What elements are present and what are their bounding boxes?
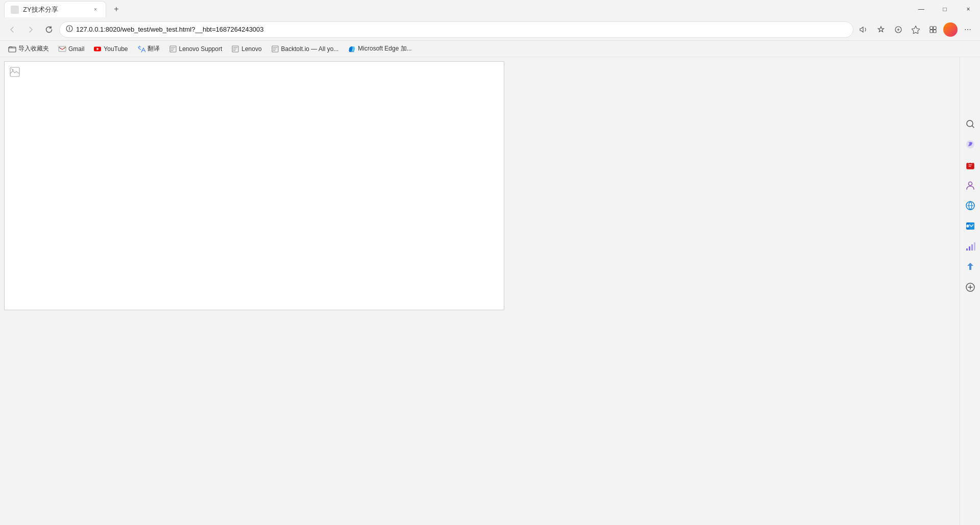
svg-rect-2 [930, 27, 933, 30]
translate-icon [137, 45, 145, 53]
settings-more-button[interactable]: ⋯ [960, 21, 976, 38]
sidebar: CSDN ©版权 [960, 57, 980, 525]
bookmark-backtolt[interactable]: Backtolt.io — All yo... [267, 43, 343, 55]
new-tab-button[interactable]: + [108, 1, 125, 17]
search-icon [965, 119, 975, 129]
add-icon [965, 282, 975, 292]
bookmark-youtube[interactable]: YouTube [89, 43, 132, 55]
tab-actions-button[interactable] [925, 21, 941, 38]
address-bar[interactable]: 127.0.0.1:8020/web_test/web_test.html?__… [59, 21, 853, 38]
svg-line-14 [11, 68, 12, 69]
bookmark-backtolt-label: Backtolt.io — All yo... [281, 45, 339, 53]
content-wrapper: CSDN ©版权 [0, 57, 980, 525]
bookmark-lenovo-support-label: Lenovo Support [179, 45, 223, 53]
forward-button[interactable] [22, 21, 39, 38]
back-button[interactable] [4, 21, 20, 38]
drop-icon [965, 262, 975, 272]
broken-image-container [10, 67, 20, 79]
svg-rect-25 [969, 246, 970, 251]
sidebar-add-button[interactable] [961, 278, 979, 296]
bookmark-import[interactable]: 导入收藏夹 [4, 43, 53, 55]
sidebar-shopping-button[interactable] [961, 156, 979, 174]
browser-essentials-icon [965, 201, 975, 211]
sidebar-copilot-button[interactable] [961, 135, 979, 154]
svg-rect-7 [59, 46, 66, 52]
navbar-actions: ⋯ [855, 21, 976, 38]
bookmark-translate[interactable]: 翻译 [133, 43, 164, 55]
url-text: 127.0.0.1:8020/web_test/web_test.html?__… [76, 26, 847, 33]
svg-rect-27 [974, 242, 975, 251]
tab-favicon [11, 6, 19, 14]
lenovo-support-icon [169, 45, 177, 53]
browser-window: ZY技术分享 × + — □ × [0, 0, 980, 525]
svg-rect-26 [971, 244, 973, 251]
backtolt-icon [271, 45, 279, 53]
bookmark-lenovo-label: Lenovo [241, 45, 261, 53]
close-button[interactable]: × [957, 0, 980, 18]
active-tab[interactable]: ZY技术分享 × [4, 1, 106, 17]
sidebar-edgebar-button[interactable] [961, 237, 979, 256]
refresh-button[interactable] [41, 21, 57, 38]
bookmark-gmail-label: Gmail [68, 45, 84, 53]
edgebar-icon [965, 241, 975, 252]
browser-essentials-nav-button[interactable] [908, 21, 924, 38]
content-area [0, 57, 980, 525]
sidebar-search-button[interactable] [961, 115, 979, 133]
bookmark-lenovo[interactable]: Lenovo [227, 43, 265, 55]
profile-avatar [943, 22, 958, 37]
collections-button[interactable] [890, 21, 906, 38]
svg-point-17 [969, 143, 971, 146]
minimize-button[interactable]: — [910, 0, 933, 18]
shopping-icon [965, 160, 975, 170]
bookmark-ms-edge[interactable]: Microsoft Edge 加... [344, 43, 415, 55]
favorites-button[interactable] [873, 21, 889, 38]
tab-title: ZY技术分享 [23, 5, 87, 14]
titlebar: ZY技术分享 × + — □ × [0, 0, 980, 18]
sidebar-browser-essentials-button[interactable] [961, 196, 979, 215]
bookmark-ms-edge-label: Microsoft Edge 加... [358, 44, 411, 53]
svg-rect-4 [930, 30, 933, 33]
bookmark-gmail[interactable]: Gmail [54, 43, 88, 55]
ms-edge-icon [348, 45, 356, 53]
lenovo-icon [231, 45, 239, 53]
bookmark-lenovo-support[interactable]: Lenovo Support [165, 43, 227, 55]
bookmark-import-label: 导入收藏夹 [18, 44, 49, 53]
security-icon [66, 25, 73, 34]
gmail-icon [58, 45, 66, 53]
folder-icon [8, 45, 16, 53]
window-controls: — □ × [910, 0, 980, 18]
svg-rect-5 [934, 30, 937, 33]
svg-point-23 [966, 224, 969, 228]
contacts-icon [965, 180, 975, 190]
svg-point-19 [968, 182, 972, 186]
profile-button[interactable] [942, 21, 959, 38]
bookmark-translate-label: 翻译 [148, 44, 160, 53]
tab-close-button[interactable]: × [91, 6, 100, 14]
outlook-icon [965, 221, 975, 231]
bookmark-youtube-label: YouTube [104, 45, 128, 53]
webpage-frame [4, 61, 504, 310]
broken-image-icon [10, 67, 20, 77]
sidebar-drop-button[interactable] [961, 258, 979, 276]
svg-rect-24 [966, 248, 968, 251]
bookmarks-bar: 导入收藏夹 Gmail YouTube 翻译 [0, 41, 980, 57]
maximize-button[interactable]: □ [933, 0, 957, 18]
sidebar-contacts-button[interactable] [961, 176, 979, 194]
sidebar-outlook-button[interactable] [961, 217, 979, 235]
copilot-icon [965, 139, 975, 149]
svg-rect-3 [934, 27, 937, 30]
youtube-icon [93, 45, 102, 53]
read-aloud-button[interactable] [855, 21, 872, 38]
navbar: 127.0.0.1:8020/web_test/web_test.html?__… [0, 18, 980, 41]
